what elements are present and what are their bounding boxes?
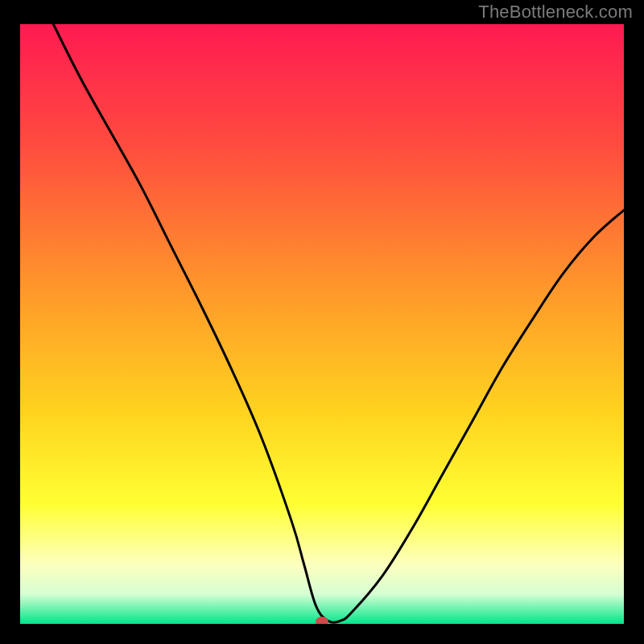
bottleneck-chart — [20, 24, 624, 624]
chart-frame: TheBottleneck.com — [0, 0, 644, 644]
watermark-text: TheBottleneck.com — [478, 2, 633, 23]
plot-area — [20, 24, 624, 624]
gradient-background — [20, 24, 624, 624]
